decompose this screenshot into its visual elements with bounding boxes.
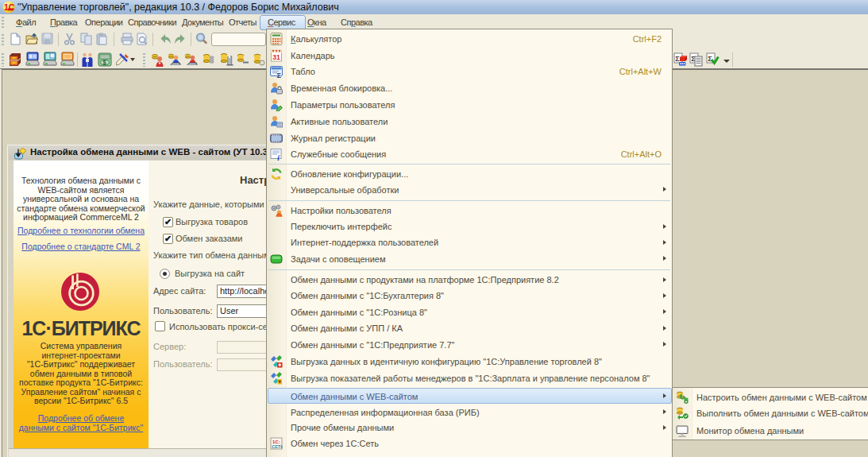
svg-text:Σ: Σ: [675, 55, 680, 63]
svg-text:31: 31: [272, 53, 280, 61]
svg-text:СЕТЬ: СЕТЬ: [272, 443, 283, 448]
svg-text:Σ: Σ: [277, 72, 282, 79]
